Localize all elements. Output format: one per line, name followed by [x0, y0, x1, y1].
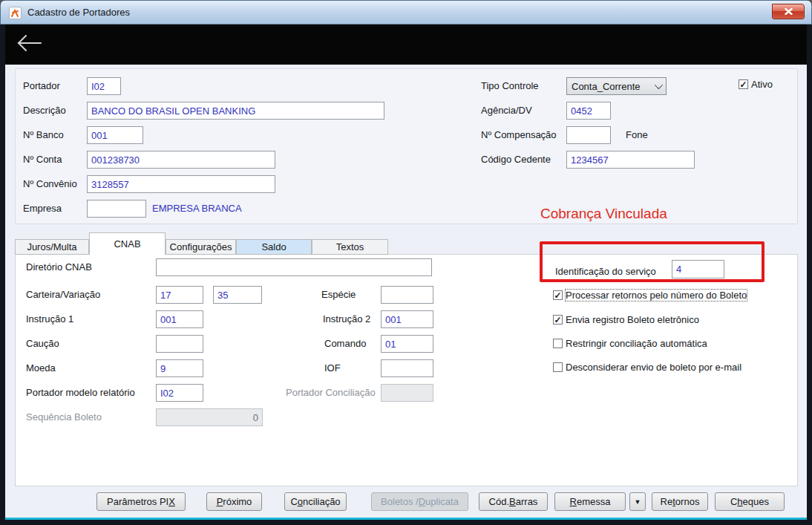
- num-conta-input[interactable]: [87, 151, 275, 169]
- tab-cnab[interactable]: CNAB: [89, 232, 166, 255]
- window: Cadastro de Portadores Porta: [0, 0, 812, 525]
- especie-input[interactable]: [381, 286, 433, 304]
- remessa-dropdown-button[interactable]: ▼: [629, 492, 646, 511]
- moeda-label: Moeda: [26, 362, 56, 374]
- identificacao-servico-label: Identificação do serviço: [555, 266, 656, 278]
- comando-input[interactable]: [381, 335, 433, 353]
- ativo-checkbox[interactable]: ✓ Ativo: [739, 79, 773, 90]
- checkbox-icon: [553, 362, 563, 372]
- num-compensacao-label: Nº Compensação: [481, 129, 557, 141]
- checkbox-envia-registro[interactable]: ✓ Envia registro Boleto eletrônico: [553, 314, 699, 325]
- proximo-button[interactable]: Próximo: [206, 492, 262, 511]
- num-convenio-input[interactable]: [87, 175, 275, 193]
- sequencia-boleto-label: Sequência Boleto: [26, 411, 102, 423]
- moeda-input[interactable]: [156, 359, 203, 377]
- tab-juros-multa[interactable]: Juros/Multa: [15, 239, 89, 255]
- checkbox-label: Envia registro Boleto eletrônico: [566, 314, 699, 325]
- caucao-input[interactable]: [156, 335, 203, 353]
- agencia-label: Agência/DV: [481, 105, 532, 117]
- especie-label: Espécie: [321, 289, 356, 301]
- checkbox-icon: ✓: [553, 290, 563, 300]
- iof-label: IOF: [324, 362, 341, 374]
- chevron-down-icon: [655, 81, 663, 89]
- window-body: Portador Descrição Nº Banco Nº Conta Nº …: [5, 25, 807, 520]
- back-arrow-icon: [16, 32, 45, 54]
- close-button[interactable]: [772, 4, 805, 19]
- window-bottom-glow: [5, 518, 807, 520]
- sequencia-boleto-input: [156, 408, 263, 426]
- fone-label: Fone: [626, 129, 648, 141]
- carteira-variacao-label: Carteira/Variação: [26, 289, 100, 301]
- instrucao1-input[interactable]: [156, 310, 203, 328]
- num-banco-label: Nº Banco: [23, 129, 64, 141]
- portador-label: Portador: [23, 80, 60, 92]
- codigo-cedente-label: Código Cedente: [481, 154, 551, 166]
- checkbox-label: Processar retornos pelo número do Boleto: [566, 290, 747, 301]
- checkbox-icon: ✓: [739, 79, 748, 89]
- header-bar: [5, 25, 807, 65]
- tab-configuracoes[interactable]: Configurações: [166, 239, 236, 255]
- cod-barras-button[interactable]: Cód. Barras: [479, 492, 548, 511]
- diretorio-cnab-label: Diretório CNAB: [26, 261, 92, 273]
- instrucao1-label: Instrução 1: [26, 313, 73, 325]
- portador-conciliacao-label: Portador Conciliação: [286, 387, 376, 399]
- portador-modelo-label: Portador modelo relatório: [26, 387, 135, 399]
- tipo-controle-value: Conta_Corrente: [572, 81, 641, 92]
- retornos-button[interactable]: Retornos: [652, 492, 708, 511]
- checkbox-desconsiderar-email[interactable]: Desconsiderar envio de boleto por e-mail: [553, 362, 741, 373]
- portador-input[interactable]: [87, 77, 121, 95]
- descricao-input[interactable]: [87, 102, 384, 120]
- num-banco-input[interactable]: [87, 126, 143, 144]
- tipo-controle-label: Tipo Controle: [481, 80, 539, 92]
- comando-label: Comando: [324, 338, 366, 350]
- descricao-label: Descrição: [23, 105, 66, 117]
- tab-saldo[interactable]: Saldo: [236, 239, 312, 255]
- portador-modelo-input[interactable]: [156, 384, 203, 402]
- checkbox-icon: [553, 339, 563, 348]
- remessa-button[interactable]: Remessa: [554, 492, 626, 511]
- checkbox-label: Desconsiderar envio de boleto por e-mail: [566, 362, 741, 373]
- app-icon: [9, 7, 22, 19]
- dropdown-arrow-icon: ▼: [635, 498, 641, 506]
- empresa-companion-text: EMPRESA BRANCA: [152, 203, 242, 215]
- tipo-controle-select[interactable]: Conta_Corrente: [566, 77, 667, 95]
- annotation-cobranca-vinculada: Cobrança Vinculada: [540, 206, 667, 222]
- cheques-button[interactable]: Cheques: [715, 492, 785, 511]
- window-title: Cadastro de Portadores: [27, 7, 130, 18]
- num-conta-label: Nº Conta: [23, 154, 62, 166]
- titlebar: Cadastro de Portadores: [0, 0, 812, 25]
- identificacao-servico-input[interactable]: [672, 260, 724, 278]
- variacao-input[interactable]: [213, 286, 262, 304]
- checkbox-label: Restringir conciliação automática: [566, 338, 707, 349]
- close-icon: [785, 8, 793, 15]
- parametros-pix-button[interactable]: Parâmetros PIX: [96, 492, 186, 511]
- empresa-input[interactable]: [87, 200, 146, 218]
- iof-input[interactable]: [381, 359, 433, 377]
- checkbox-processar-retornos[interactable]: ✓ Processar retornos pelo número do Bole…: [553, 290, 747, 301]
- boletos-duplicata-button: Boletos / Duplicata: [371, 492, 468, 511]
- tab-textos[interactable]: Textos: [312, 239, 388, 255]
- portador-conciliacao-input: [381, 384, 433, 402]
- checkbox-icon: ✓: [553, 315, 563, 325]
- num-compensacao-input[interactable]: [566, 126, 611, 144]
- back-button[interactable]: [16, 32, 48, 56]
- carteira-input[interactable]: [156, 286, 203, 304]
- caucao-label: Caução: [26, 338, 59, 350]
- instrucao2-input[interactable]: [381, 310, 433, 328]
- conciliacao-button[interactable]: Conciliação: [284, 492, 347, 511]
- instrucao2-label: Instrução 2: [323, 313, 370, 325]
- empresa-label: Empresa: [23, 203, 62, 215]
- agencia-input[interactable]: [566, 102, 611, 120]
- codigo-cedente-input[interactable]: [566, 151, 695, 169]
- ativo-label: Ativo: [751, 79, 773, 90]
- num-convenio-label: Nº Convênio: [23, 178, 77, 190]
- checkbox-restringir-conciliacao[interactable]: Restringir conciliação automática: [553, 338, 707, 349]
- diretorio-cnab-input[interactable]: [156, 258, 432, 276]
